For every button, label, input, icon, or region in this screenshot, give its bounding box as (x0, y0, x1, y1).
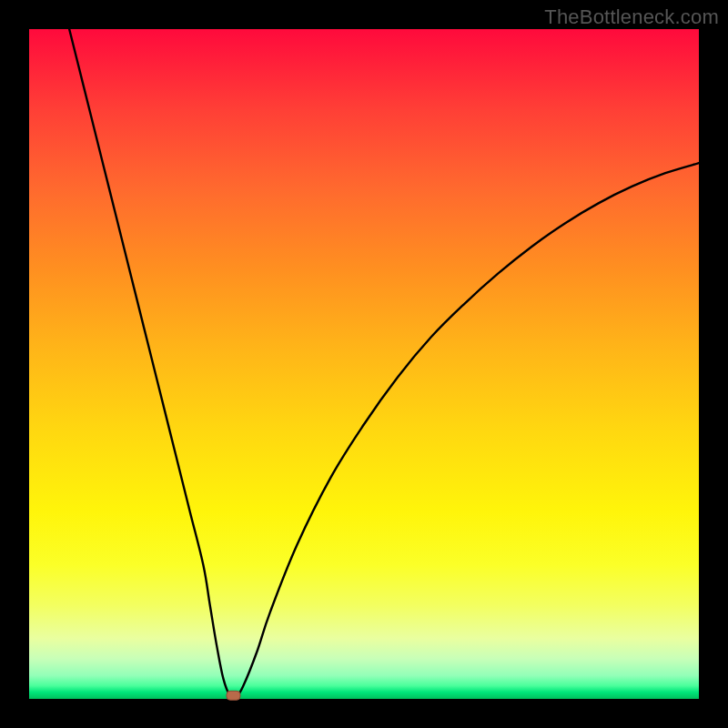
optimum-marker (227, 691, 240, 700)
curve-layer (29, 29, 699, 699)
plot-area (29, 29, 699, 699)
chart-frame: TheBottleneck.com (0, 0, 728, 728)
bottleneck-curve (69, 29, 699, 697)
watermark-text: TheBottleneck.com (544, 5, 719, 29)
